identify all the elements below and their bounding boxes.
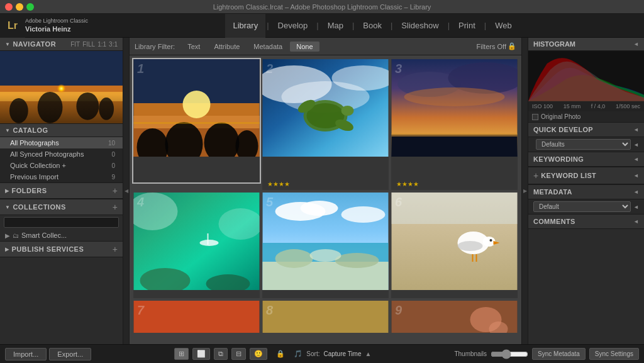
- nav-fill[interactable]: FILL: [82, 41, 95, 48]
- nav-web[interactable]: Web: [487, 14, 519, 38]
- histogram-title: Histogram: [533, 40, 575, 48]
- main-layout: ▼ Navigator FIT FILL 1:1 3:1: [0, 38, 644, 344]
- sync-metadata-button[interactable]: Sync Metadata: [532, 348, 586, 360]
- keyword-list-section: + Keyword List ◄: [528, 167, 644, 184]
- left-panel-toggle[interactable]: ◀: [123, 38, 130, 344]
- preview-image: [0, 51, 123, 123]
- minimize-button[interactable]: [16, 3, 23, 11]
- grid-cell-4[interactable]: 4: [132, 191, 261, 299]
- keywording-header[interactable]: Keywording ◄: [528, 152, 644, 167]
- photo-6: [391, 193, 518, 290]
- catalog-header[interactable]: ▼ Catalog: [0, 124, 123, 137]
- publish-section: ▶ Publish Services +: [0, 241, 123, 257]
- grid-cell-2[interactable]: 2: [261, 58, 390, 191]
- catalog-prev-import[interactable]: Previous Import 9: [0, 171, 123, 182]
- collection-smart[interactable]: ▶ 🗂 Smart Collec...: [0, 230, 123, 241]
- quick-develop-preset-select[interactable]: Defaults: [536, 139, 631, 150]
- photo-grid: 1 2: [130, 55, 521, 344]
- grid-cell-5[interactable]: 5: [261, 191, 390, 299]
- catalog-synced[interactable]: All Synced Photographs 0: [0, 148, 123, 160]
- metadata-preset-select[interactable]: Default: [533, 201, 631, 212]
- smart-collection-label: Smart Collec...: [21, 232, 67, 239]
- import-button[interactable]: Import...: [5, 348, 47, 360]
- cell-stars-2: ★★★★: [267, 181, 290, 187]
- lock-icon[interactable]: 🔒: [508, 42, 516, 50]
- lr-logo: Lr: [0, 14, 25, 38]
- svg-point-6: [38, 92, 63, 123]
- nav-1-1[interactable]: 1:1: [97, 41, 106, 48]
- photo-3: [391, 59, 518, 157]
- grid-cell-1[interactable]: 1: [132, 58, 261, 184]
- publish-add-button[interactable]: +: [113, 244, 118, 254]
- maximize-button[interactable]: [26, 3, 34, 11]
- filter-text-button[interactable]: Text: [181, 42, 206, 52]
- meta-arrow-icon: ◄: [633, 204, 639, 210]
- survey-view-button[interactable]: ⊟: [231, 348, 246, 360]
- histogram-chart: [528, 51, 644, 101]
- svg-rect-59: [134, 301, 260, 334]
- cell-number-8: 8: [266, 303, 273, 318]
- qd-arrow-icon: ◄: [633, 142, 639, 148]
- close-button[interactable]: [5, 3, 13, 11]
- bottom-left: Import... Export...: [5, 348, 91, 360]
- compare-view-button[interactable]: ⧉: [214, 348, 228, 360]
- grid-view-button[interactable]: ⊞: [174, 348, 189, 360]
- svg-point-47: [275, 249, 313, 268]
- collections-search-input[interactable]: [4, 217, 119, 228]
- catalog-quick[interactable]: Quick Collection + 0: [0, 160, 123, 171]
- filter-none-button[interactable]: None: [290, 42, 319, 52]
- filter-attribute-button[interactable]: Attribute: [208, 42, 246, 52]
- navigator-header[interactable]: ▼ Navigator FIT FILL 1:1 3:1: [0, 38, 123, 51]
- app-info: Adobe Lightroom Classic Victoria Heinz: [25, 18, 101, 34]
- all-photos-label: All Photographs: [10, 139, 59, 147]
- window-controls[interactable]: [5, 3, 34, 11]
- grid-cell-3[interactable]: 3: [390, 58, 519, 191]
- grid-cell-8[interactable]: 8: [261, 299, 390, 334]
- prev-import-count: 9: [111, 174, 115, 181]
- sort-value[interactable]: Capture Time: [323, 350, 361, 357]
- thumbnail-size-slider[interactable]: [491, 349, 528, 359]
- keyword-list-add-icon[interactable]: +: [533, 170, 538, 181]
- folders-label: Folders: [12, 187, 47, 194]
- quick-develop-title: Quick Develop: [533, 126, 593, 133]
- comments-header[interactable]: Comments ◄: [528, 215, 644, 229]
- svg-point-25: [341, 106, 354, 116]
- original-photo-checkbox[interactable]: [532, 114, 538, 120]
- nav-book[interactable]: Book: [355, 14, 389, 38]
- collections-add-button[interactable]: +: [113, 202, 118, 212]
- collections-header[interactable]: ▼ Collections +: [0, 199, 123, 215]
- lock-bottom-icon: 🔒: [276, 350, 285, 358]
- export-button[interactable]: Export...: [49, 348, 91, 360]
- loupe-view-button[interactable]: ⬜: [192, 348, 210, 360]
- title-bar: Lightroom Classic.lrcat – Adobe Photosho…: [0, 0, 644, 14]
- nav-print[interactable]: Print: [451, 14, 483, 38]
- right-panel-toggle[interactable]: ▶: [521, 38, 528, 344]
- grid-cell-6[interactable]: 6: [390, 191, 519, 299]
- svg-point-39: [200, 240, 219, 246]
- keywording-section: Keywording ◄: [528, 152, 644, 167]
- sync-settings-button[interactable]: Sync Settings: [589, 348, 639, 360]
- photo-1: [133, 59, 260, 157]
- grid-cell-7[interactable]: 7: [132, 299, 261, 334]
- cell-stars-3: ★★★★: [396, 181, 419, 187]
- publish-header[interactable]: ▶ Publish Services +: [0, 242, 123, 257]
- catalog-all-photos[interactable]: All Photographs 10: [0, 137, 123, 148]
- quick-develop-arrow-icon: ◄: [633, 126, 639, 133]
- nav-slideshow[interactable]: Slideshow: [394, 14, 446, 38]
- grid-cell-9[interactable]: 9: [390, 299, 519, 334]
- metadata-header[interactable]: Metadata ◄: [528, 185, 644, 199]
- keyword-list-header[interactable]: + Keyword List ◄: [528, 167, 644, 184]
- nav-library[interactable]: Library: [225, 14, 265, 38]
- thumbnails-label: Thumbnails: [454, 350, 487, 357]
- nav-fit[interactable]: FIT: [70, 41, 80, 48]
- nav-develop[interactable]: Develop: [270, 14, 316, 38]
- folders-header[interactable]: ▶ Folders +: [0, 183, 123, 199]
- nav-3-1[interactable]: 3:1: [109, 41, 118, 48]
- svg-rect-33: [392, 133, 518, 137]
- folders-add-button[interactable]: +: [113, 186, 118, 196]
- filter-metadata-button[interactable]: Metadata: [247, 42, 289, 52]
- people-view-button[interactable]: 🙂: [250, 348, 267, 360]
- collections-search-box: [0, 215, 123, 230]
- quick-develop-header[interactable]: Quick Develop ◄: [528, 123, 644, 137]
- nav-map[interactable]: Map: [320, 14, 351, 38]
